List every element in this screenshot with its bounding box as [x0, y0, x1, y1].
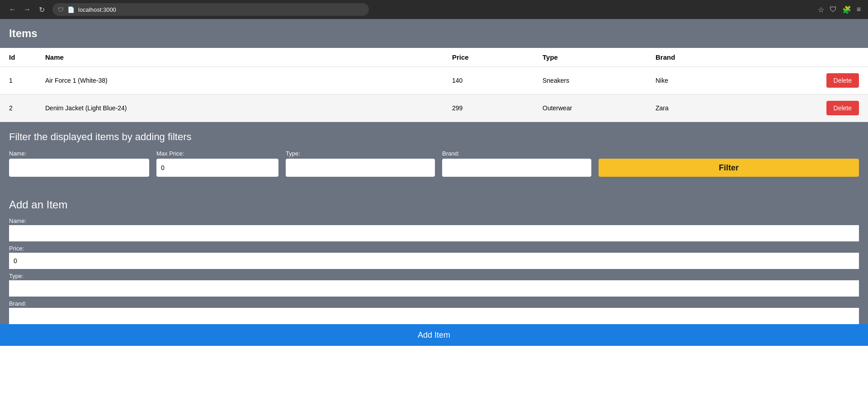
page-icon: 📄	[67, 6, 75, 13]
filter-name-label: Name:	[9, 150, 149, 157]
row-action: Delete	[769, 73, 859, 88]
field-separator	[9, 269, 859, 273]
reload-button[interactable]: ↻	[36, 4, 47, 15]
add-brand-input[interactable]	[9, 308, 859, 324]
page-title: Items	[9, 27, 859, 40]
forward-button[interactable]: →	[22, 4, 33, 15]
col-header-price: Price	[452, 53, 542, 61]
browser-chrome: ← → ↻ 🛡 📄 localhost:3000 ☆ 🛡 🧩 ≡	[0, 0, 868, 19]
filter-button[interactable]: Filter	[599, 159, 859, 177]
filter-type-field: Type:	[286, 150, 435, 177]
filter-section: Filter the displayed items by adding fil…	[0, 122, 868, 189]
add-brand-block: Brand:	[9, 300, 859, 324]
row-price: 140	[452, 77, 542, 84]
add-type-label: Type:	[9, 273, 859, 279]
row-id: 1	[9, 77, 45, 84]
row-price: 299	[452, 104, 542, 112]
table-row: 2 Denim Jacket (Light Blue-24) 299 Outer…	[0, 94, 868, 122]
filter-title: Filter the displayed items by adding fil…	[9, 131, 859, 143]
add-type-block: Type:	[9, 273, 859, 297]
col-header-name: Name	[45, 53, 452, 61]
filter-price-label: Max Price:	[156, 150, 278, 157]
add-item-title: Add an Item	[9, 198, 859, 211]
delete-button[interactable]: Delete	[826, 101, 859, 115]
table-header: Id Name Price Type Brand	[0, 48, 868, 67]
page-header: Items	[0, 19, 868, 48]
row-id: 2	[9, 104, 45, 112]
row-name: Air Force 1 (White-38)	[45, 77, 452, 84]
delete-button[interactable]: Delete	[826, 73, 859, 88]
col-header-id: Id	[9, 53, 45, 61]
add-item-button[interactable]: Add Item	[0, 324, 868, 346]
extensions-icon[interactable]: 🧩	[842, 5, 851, 14]
add-name-block: Name:	[9, 217, 859, 241]
add-price-block: Price:	[9, 245, 859, 269]
row-brand: Zara	[656, 104, 769, 112]
add-name-label: Name:	[9, 217, 859, 224]
col-header-type: Type	[542, 53, 656, 61]
menu-icon[interactable]: ≡	[857, 5, 861, 14]
filter-name-input[interactable]	[9, 159, 149, 177]
filter-type-input[interactable]	[286, 159, 435, 177]
star-icon[interactable]: ☆	[818, 5, 824, 14]
filter-brand-label: Brand:	[442, 150, 591, 157]
field-separator	[9, 241, 859, 245]
url-display: localhost:3000	[78, 6, 116, 13]
table-row: 1 Air Force 1 (White-38) 140 Sneakers Ni…	[0, 67, 868, 94]
add-name-input[interactable]	[9, 225, 859, 241]
filter-price-field: Max Price:	[156, 150, 278, 177]
filter-price-input[interactable]	[156, 159, 278, 177]
add-item-btn-row: Add Item	[0, 324, 868, 346]
browser-actions: ☆ 🛡 🧩 ≡	[818, 5, 861, 14]
shield-icon[interactable]: 🛡	[830, 5, 837, 14]
add-type-input[interactable]	[9, 280, 859, 297]
add-price-label: Price:	[9, 245, 859, 252]
items-table: Id Name Price Type Brand 1 Air Force 1 (…	[0, 48, 868, 122]
add-price-input[interactable]	[9, 253, 859, 269]
add-brand-label: Brand:	[9, 300, 859, 307]
field-separator	[9, 297, 859, 300]
row-brand: Nike	[656, 77, 769, 84]
row-type: Outerwear	[542, 104, 656, 112]
browser-nav: ← → ↻	[7, 4, 47, 15]
row-action: Delete	[769, 101, 859, 115]
filter-name-field: Name:	[9, 150, 149, 177]
back-button[interactable]: ←	[7, 4, 18, 15]
filter-brand-field: Brand:	[442, 150, 591, 177]
row-name: Denim Jacket (Light Blue-24)	[45, 104, 452, 112]
filter-brand-input[interactable]	[442, 159, 591, 177]
col-header-brand: Brand	[656, 53, 769, 61]
security-icon: 🛡	[58, 6, 64, 13]
filter-row: Name: Max Price: Type: Brand: Filter	[9, 150, 859, 177]
address-bar[interactable]: 🛡 📄 localhost:3000	[52, 3, 369, 16]
row-type: Sneakers	[542, 77, 656, 84]
add-item-section: Add an Item Name: Price: Type: Brand:	[0, 189, 868, 324]
filter-type-label: Type:	[286, 150, 435, 157]
col-header-action	[769, 53, 859, 61]
